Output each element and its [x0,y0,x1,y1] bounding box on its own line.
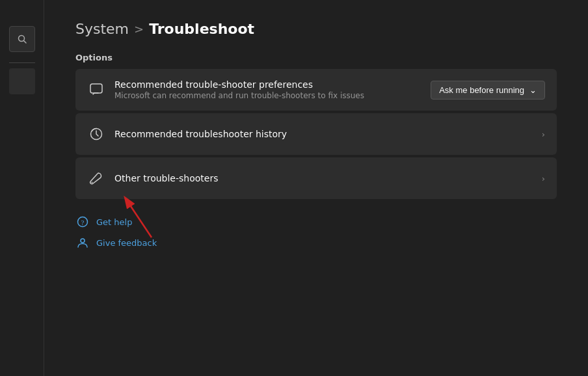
chat-icon [87,81,105,99]
breadcrumb-current: Troubleshoot [149,21,254,37]
links-section: ? Get help Give feedback [75,215,557,250]
breadcrumb: System > Troubleshoot [75,21,557,37]
option-text-2: Recommended troubleshooter history [114,129,534,139]
breadcrumb-separator: > [134,22,144,36]
option-text-1: Recommended trouble-shooter preferences … [114,79,431,100]
option-item-troubleshooter-history[interactable]: Recommended troubleshooter history › [75,113,557,155]
sidebar-divider [9,62,35,63]
option-subtitle-1: Microsoft can recommend and run trouble-… [114,91,431,100]
get-help-link[interactable]: ? Get help [75,215,557,229]
svg-text:?: ? [81,219,85,226]
svg-rect-2 [90,84,102,93]
option-title-1: Recommended trouble-shooter preferences [114,79,431,90]
help-icon: ? [75,215,90,229]
svg-line-1 [23,41,26,44]
svg-point-7 [81,239,85,243]
option-item-recommended-preferences[interactable]: Recommended trouble-shooter preferences … [75,69,557,111]
history-icon [87,125,105,143]
dropdown-label: Ask me before running [439,85,524,95]
option-item-other-troubleshooters[interactable]: Other trouble-shooters › [75,157,557,199]
option-text-3: Other trouble-shooters [114,173,534,183]
sidebar [0,0,44,376]
give-feedback-link[interactable]: Give feedback [75,235,557,250]
svg-point-4 [92,182,93,183]
dropdown-chevron-icon: ⌄ [529,85,537,95]
give-feedback-label: Give feedback [96,238,157,248]
get-help-label: Get help [96,217,132,227]
breadcrumb-system[interactable]: System [75,21,129,37]
chevron-right-icon-1: › [542,129,545,139]
sidebar-nav-item[interactable] [9,68,35,94]
option-title-3: Other trouble-shooters [114,173,534,183]
options-list: Recommended trouble-shooter preferences … [75,69,557,199]
feedback-icon [75,235,90,250]
wrench-icon [87,169,105,187]
search-button[interactable] [9,26,35,52]
main-content: System > Troubleshoot Options Recommende… [44,0,588,376]
chevron-right-icon-2: › [542,174,545,183]
section-label: Options [75,53,557,62]
ask-me-dropdown[interactable]: Ask me before running ⌄ [431,81,545,100]
option-title-2: Recommended troubleshooter history [114,129,534,139]
